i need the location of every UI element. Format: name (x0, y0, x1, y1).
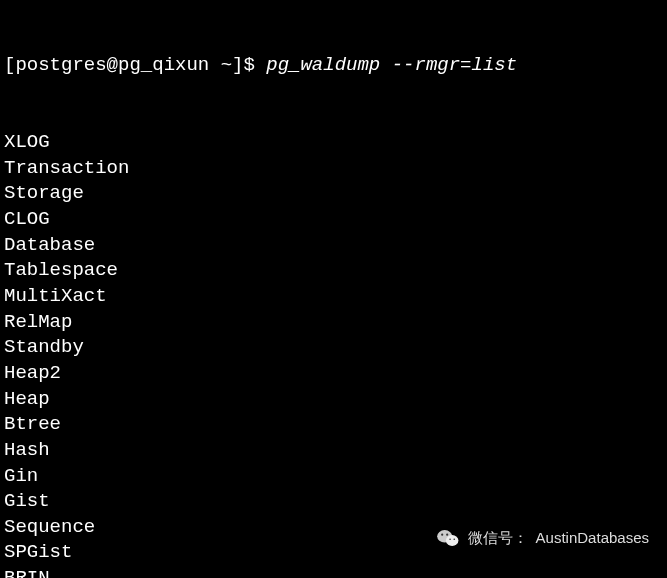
output-line: RelMap (4, 310, 663, 336)
terminal-output: [postgres@pg_qixun ~]$ pg_waldump --rmgr… (4, 2, 663, 578)
output-container: XLOGTransactionStorageCLOGDatabaseTables… (4, 130, 663, 578)
output-line: BRIN (4, 566, 663, 578)
output-line: Database (4, 233, 663, 259)
shell-command: pg_waldump --rmgr=list (266, 53, 517, 79)
output-line: Standby (4, 335, 663, 361)
output-line: Gin (4, 464, 663, 490)
output-line: MultiXact (4, 284, 663, 310)
watermark-value: AustinDatabases (536, 528, 649, 548)
output-line: Hash (4, 438, 663, 464)
output-line: XLOG (4, 130, 663, 156)
output-line: Tablespace (4, 258, 663, 284)
svg-point-1 (446, 535, 459, 546)
watermark: 微信号：AustinDatabases (436, 528, 649, 548)
output-line: CLOG (4, 207, 663, 233)
watermark-label: 微信号： (468, 528, 528, 548)
svg-point-5 (453, 538, 455, 540)
output-line: Transaction (4, 156, 663, 182)
wechat-icon (436, 528, 460, 548)
output-line: Btree (4, 412, 663, 438)
svg-point-3 (446, 533, 448, 535)
shell-prompt: [postgres@pg_qixun ~]$ (4, 53, 266, 79)
output-line: Heap2 (4, 361, 663, 387)
output-line: Gist (4, 489, 663, 515)
command-line: [postgres@pg_qixun ~]$ pg_waldump --rmgr… (4, 53, 663, 79)
svg-point-2 (441, 533, 443, 535)
output-line: Heap (4, 387, 663, 413)
output-line: Storage (4, 181, 663, 207)
svg-point-4 (449, 538, 451, 540)
